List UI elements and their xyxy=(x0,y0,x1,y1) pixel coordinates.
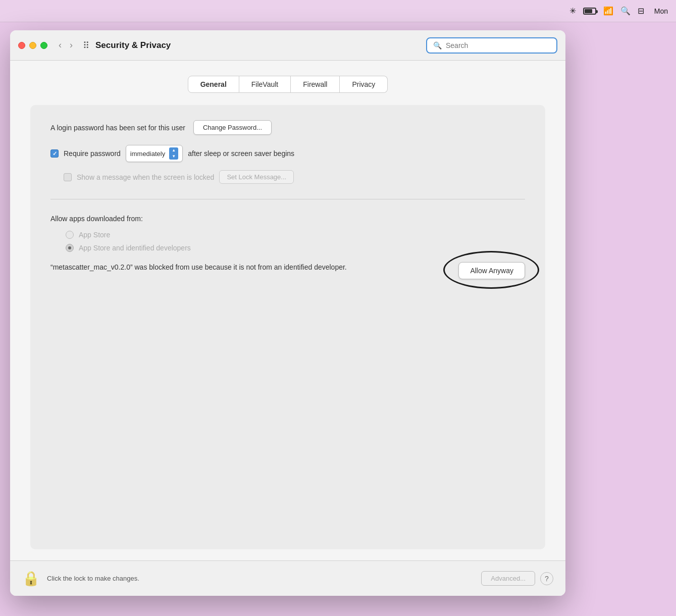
search-icon: 🔍 xyxy=(433,41,442,49)
search-input[interactable] xyxy=(446,41,550,49)
immediately-value: immediately xyxy=(130,150,165,158)
require-password-label: Require password xyxy=(64,149,121,158)
menubar-icons: ✳ 📶 🔍 ⊟ Mon xyxy=(569,6,668,16)
close-button[interactable] xyxy=(18,42,25,49)
radio-identified[interactable] xyxy=(66,244,74,252)
titlebar: ‹ › ⠿ Security & Privacy 🔍 xyxy=(10,30,565,61)
allow-apps-section: Allow apps downloaded from: App Store Ap… xyxy=(50,215,525,279)
tab-filevault[interactable]: FileVault xyxy=(239,76,291,93)
radio-row-appstore: App Store xyxy=(66,231,525,239)
stepper-arrows: ▲ ▼ xyxy=(169,147,178,160)
tab-firewall[interactable]: Firewall xyxy=(291,76,340,93)
blocked-text: “metascatter_mac_v0.2.0” was blocked fro… xyxy=(50,262,448,273)
radio-appstore[interactable] xyxy=(66,231,74,239)
grid-icon[interactable]: ⠿ xyxy=(83,40,89,51)
screen-lock-row: Show a message when the screen is locked… xyxy=(64,170,525,184)
after-sleep-label: after sleep or screen saver begins xyxy=(188,149,294,158)
password-row: A login password has been set for this u… xyxy=(50,120,525,135)
window: ‹ › ⠿ Security & Privacy 🔍 General FileV… xyxy=(10,30,565,596)
wifi-icon: 📶 xyxy=(603,6,613,16)
control-center-icon[interactable]: ⊟ xyxy=(638,6,644,16)
stepper-down[interactable]: ▼ xyxy=(169,153,178,160)
require-password-checkbox[interactable] xyxy=(50,149,59,158)
traffic-lights xyxy=(18,42,47,49)
minimize-button[interactable] xyxy=(29,42,36,49)
tabs: General FileVault Firewall Privacy xyxy=(30,76,545,93)
footer: 🔒 Click the lock to make changes. Advanc… xyxy=(10,560,565,596)
back-button[interactable]: ‹ xyxy=(56,38,65,53)
radio-identified-label: App Store and identified developers xyxy=(79,244,191,252)
search-menu-icon[interactable]: 🔍 xyxy=(620,6,631,16)
stepper-up[interactable]: ▲ xyxy=(169,147,178,153)
maximize-button[interactable] xyxy=(40,42,47,49)
brightness-icon: ✳ xyxy=(569,6,576,16)
menubar-time: Mon xyxy=(654,7,668,15)
show-message-label: Show a message when the screen is locked xyxy=(77,173,214,181)
advanced-button[interactable]: Advanced... xyxy=(481,571,535,586)
lock-icon[interactable]: 🔒 xyxy=(22,570,40,587)
content: General FileVault Firewall Privacy A log… xyxy=(10,61,565,564)
show-message-checkbox[interactable] xyxy=(64,173,72,181)
allow-anyway-wrapper: Allow Anyway xyxy=(458,262,525,279)
battery-icon xyxy=(583,8,596,15)
window-title: Security & Privacy xyxy=(95,40,426,50)
change-password-button[interactable]: Change Password... xyxy=(193,120,272,135)
tab-privacy[interactable]: Privacy xyxy=(340,76,388,93)
immediately-select[interactable]: immediately ▲ ▼ xyxy=(126,145,183,162)
forward-button[interactable]: › xyxy=(67,38,76,53)
require-password-row: Require password immediately ▲ ▼ after s… xyxy=(50,145,525,162)
blocked-app-row: “metascatter_mac_v0.2.0” was blocked fro… xyxy=(50,262,525,279)
allow-anyway-button[interactable]: Allow Anyway xyxy=(458,262,525,279)
menubar: ✳ 📶 🔍 ⊟ Mon xyxy=(0,0,676,22)
general-panel: A login password has been set for this u… xyxy=(30,105,545,549)
divider xyxy=(50,199,525,199)
help-button[interactable]: ? xyxy=(540,572,553,585)
nav-buttons: ‹ › xyxy=(56,38,76,53)
set-lock-button[interactable]: Set Lock Message... xyxy=(219,170,294,184)
allow-apps-label: Allow apps downloaded from: xyxy=(50,215,525,223)
radio-appstore-label: App Store xyxy=(79,231,110,239)
password-label: A login password has been set for this u… xyxy=(50,124,185,132)
radio-row-identified: App Store and identified developers xyxy=(66,244,525,252)
password-section: A login password has been set for this u… xyxy=(50,120,525,184)
tab-general[interactable]: General xyxy=(188,76,239,93)
lock-label: Click the lock to make changes. xyxy=(47,575,481,582)
search-box[interactable]: 🔍 xyxy=(426,37,557,54)
radio-group: App Store App Store and identified devel… xyxy=(66,231,525,252)
